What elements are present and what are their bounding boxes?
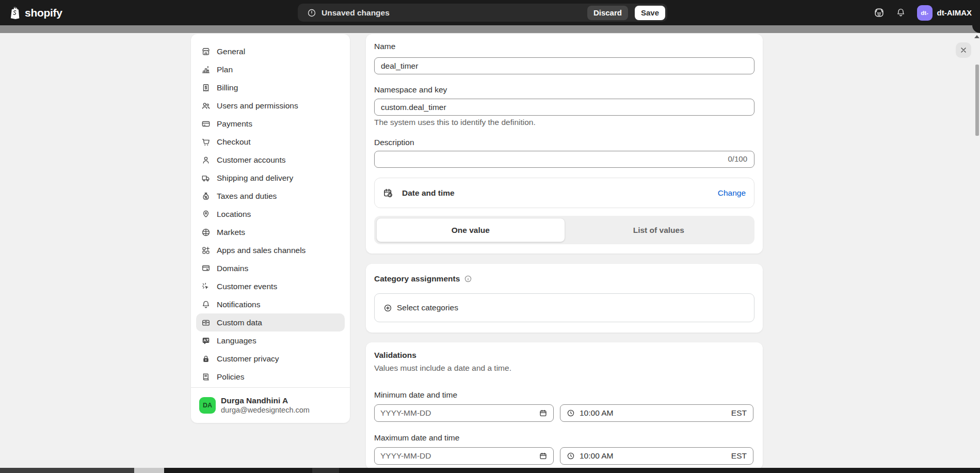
close-button[interactable] bbox=[956, 42, 971, 58]
namespace-help-text: The system uses this to identify the def… bbox=[374, 117, 754, 128]
header-shadow-strip bbox=[0, 25, 980, 33]
sidebar-item-notifications[interactable]: Notifications bbox=[196, 295, 345, 313]
validations-card: Validations Values must include a date a… bbox=[366, 342, 763, 469]
user-avatar: DA bbox=[199, 397, 216, 414]
bottom-edge-strip bbox=[134, 468, 164, 473]
taxes-icon bbox=[201, 192, 211, 201]
checkout-icon bbox=[201, 137, 211, 147]
payments-icon bbox=[201, 119, 211, 129]
maximum-date-field[interactable] bbox=[380, 451, 539, 461]
close-icon bbox=[959, 46, 968, 54]
sidebar-item-label: Customer accounts bbox=[217, 155, 286, 165]
sidebar-item-label: Languages bbox=[217, 336, 256, 345]
maximum-date-input[interactable] bbox=[374, 447, 554, 465]
minimum-time-input[interactable]: 10:00 AM EST bbox=[560, 404, 753, 422]
shopify-bag-icon bbox=[8, 6, 21, 20]
sidebar-item-customer-privacy[interactable]: Customer privacy bbox=[196, 350, 345, 368]
sidebar-item-label: Taxes and duties bbox=[217, 192, 277, 201]
sidebar-item-label: Shipping and delivery bbox=[217, 174, 293, 183]
custom-data-icon bbox=[201, 318, 211, 327]
top-bar: shopify Unsaved changes Discard Save dt-… bbox=[0, 0, 980, 25]
validations-subtitle: Values must include a date and a time. bbox=[374, 363, 754, 373]
shipping-icon bbox=[201, 174, 211, 183]
sidebar-item-markets[interactable]: Markets bbox=[196, 223, 345, 241]
sidebar-item-label: Billing bbox=[217, 83, 238, 92]
maximum-time-value: 10:00 AM bbox=[580, 451, 727, 461]
name-input[interactable] bbox=[374, 57, 754, 74]
plan-icon bbox=[201, 65, 211, 74]
definition-form-card: Name Namespace and key The system uses t… bbox=[366, 34, 763, 254]
content-type-row: Date and time Change bbox=[374, 178, 754, 208]
sidekick-icon[interactable] bbox=[874, 7, 885, 18]
locations-icon bbox=[201, 210, 211, 219]
sidebar-item-checkout[interactable]: Checkout bbox=[196, 133, 345, 151]
name-label: Name bbox=[374, 41, 754, 52]
user-email: durga@wedesigntech.com bbox=[221, 405, 310, 415]
calendar-icon[interactable] bbox=[539, 409, 548, 418]
bottom-edge-strip bbox=[164, 468, 312, 473]
sidebar-user-card[interactable]: DA Durga Nandhini A durga@wedesigntech.c… bbox=[191, 388, 350, 423]
list-of-values-tab[interactable]: List of values bbox=[565, 218, 753, 242]
sidebar-item-label: Payments bbox=[217, 119, 252, 129]
sidebar-item-label: Domains bbox=[217, 264, 248, 273]
shopify-logo[interactable]: shopify bbox=[8, 0, 62, 25]
sidebar-item-label: Customer privacy bbox=[217, 354, 279, 364]
save-button[interactable]: Save bbox=[635, 6, 665, 20]
sidebar-item-users-and-permissions[interactable]: Users and permissions bbox=[196, 97, 345, 115]
discard-button[interactable]: Discard bbox=[587, 6, 628, 20]
user-name: Durga Nandhini A bbox=[221, 396, 310, 405]
description-input[interactable] bbox=[374, 151, 754, 168]
sidebar-item-policies[interactable]: Policies bbox=[196, 368, 345, 386]
bottom-edge-strip bbox=[312, 468, 339, 473]
scrollbar-up-arrow[interactable] bbox=[974, 35, 979, 38]
calendar-icon[interactable] bbox=[539, 452, 548, 461]
sidebar-item-locations[interactable]: Locations bbox=[196, 205, 345, 223]
sidebar-item-billing[interactable]: Billing bbox=[196, 78, 345, 97]
description-char-counter: 0/100 bbox=[728, 154, 747, 163]
scrollbar-thumb[interactable] bbox=[975, 65, 979, 136]
minimum-time-value: 10:00 AM bbox=[580, 408, 727, 418]
notifications-icon bbox=[201, 300, 211, 309]
sidebar-item-payments[interactable]: Payments bbox=[196, 115, 345, 133]
minimum-datetime-label: Minimum date and time bbox=[374, 390, 754, 400]
sidebar-item-label: Notifications bbox=[217, 300, 260, 309]
sidebar-item-custom-data[interactable]: Custom data bbox=[196, 313, 345, 332]
sidebar-item-plan[interactable]: Plan bbox=[196, 60, 345, 78]
account-menu[interactable]: dt- dt-AIMAX bbox=[917, 5, 972, 21]
domains-icon bbox=[201, 264, 211, 273]
minimum-date-input[interactable] bbox=[374, 404, 554, 422]
notifications-bell-icon[interactable] bbox=[896, 8, 906, 18]
change-type-link[interactable]: Change bbox=[718, 188, 746, 198]
maximum-datetime-label: Maximum date and time bbox=[374, 433, 754, 443]
bottom-edge-strip bbox=[0, 468, 134, 473]
account-name: dt-AIMAX bbox=[937, 8, 972, 17]
sidebar-item-label: Policies bbox=[217, 372, 244, 382]
one-value-tab[interactable]: One value bbox=[376, 218, 565, 242]
clock-icon bbox=[567, 452, 575, 460]
sidebar-item-taxes-and-duties[interactable]: Taxes and duties bbox=[196, 187, 345, 205]
cardinality-segmented-control: One value List of values bbox=[374, 216, 754, 244]
select-categories-box[interactable]: Select categories bbox=[374, 293, 754, 322]
maximum-time-input[interactable]: 10:00 AM EST bbox=[560, 447, 753, 465]
sidebar-item-domains[interactable]: Domains bbox=[196, 259, 345, 277]
sidebar-item-shipping-and-delivery[interactable]: Shipping and delivery bbox=[196, 169, 345, 187]
category-assignments-card: Category assignments Select categories bbox=[366, 264, 763, 333]
sidebar-item-general[interactable]: General bbox=[196, 42, 345, 60]
privacy-icon bbox=[201, 354, 211, 364]
sidebar-item-customer-accounts[interactable]: Customer accounts bbox=[196, 151, 345, 169]
unsaved-changes-bar: Unsaved changes Discard Save bbox=[298, 4, 667, 22]
info-circle-icon[interactable] bbox=[464, 275, 472, 283]
settings-nav: GeneralPlanBillingUsers and permissionsP… bbox=[191, 34, 350, 387]
sidebar-item-apps-and-sales-channels[interactable]: Apps and sales channels bbox=[196, 241, 345, 259]
customer-events-icon bbox=[201, 282, 211, 291]
sidebar-item-languages[interactable]: Languages bbox=[196, 332, 345, 350]
clock-icon bbox=[567, 409, 575, 417]
calendar-clock-icon bbox=[383, 188, 393, 198]
plus-circle-icon bbox=[383, 304, 392, 312]
minimum-date-field[interactable] bbox=[380, 408, 539, 418]
namespace-label: Namespace and key bbox=[374, 85, 754, 95]
validations-title: Validations bbox=[374, 351, 754, 360]
sidebar-item-customer-events[interactable]: Customer events bbox=[196, 277, 345, 295]
namespace-input[interactable] bbox=[374, 99, 754, 116]
billing-icon bbox=[201, 83, 211, 92]
